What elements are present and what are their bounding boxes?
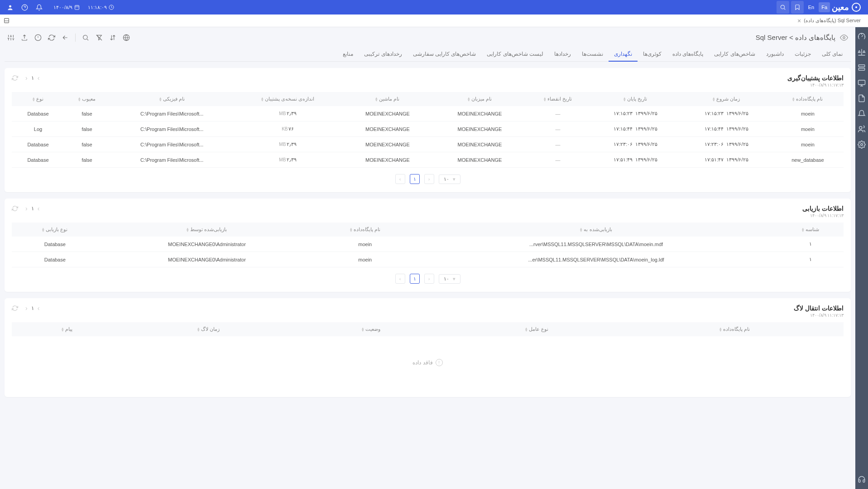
lang-en-button[interactable]: En <box>806 2 817 12</box>
tab-5[interactable]: کوئری‌ها <box>638 47 667 61</box>
export-icon[interactable] <box>21 34 28 41</box>
tab-10[interactable]: شاخص‌های کارایی سفارشی <box>408 47 482 61</box>
chevron-left-icon[interactable]: ‹ <box>25 305 28 312</box>
restore-pagination: ‹ ۱ › ۱۰ ▾ <box>12 274 844 284</box>
lang-fa-button[interactable]: Fa <box>819 2 830 12</box>
gauge-icon[interactable] <box>858 33 866 41</box>
page-prev-button[interactable]: ‹ <box>395 174 405 184</box>
refresh-panel-icon[interactable] <box>12 205 18 212</box>
tab-0[interactable]: نمای کلی <box>816 47 848 61</box>
warning-icon[interactable] <box>34 34 42 41</box>
monitor-icon[interactable] <box>858 79 866 87</box>
server-icon[interactable] <box>858 63 866 72</box>
svg-rect-6 <box>858 65 865 67</box>
column-header[interactable]: پیام▴▾ <box>12 322 122 336</box>
table-row[interactable]: moein۱۳۹۹/۶/۲۵ ۱۷:۱۵:۴۴۱۳۹۹/۶/۲۵ ۱۷:۱۵:۴… <box>12 121 844 137</box>
close-icon[interactable]: × <box>797 17 801 24</box>
chevron-left-icon[interactable]: ‹ <box>25 205 28 212</box>
column-header[interactable]: نوع▴▾ <box>12 92 64 106</box>
sort-icon[interactable] <box>109 34 116 41</box>
gear-icon[interactable] <box>858 140 866 149</box>
refresh-panel-icon[interactable] <box>12 75 18 81</box>
backup-table: نام پایگاه‌داده▴▾زمان شروع▴▾تاریخ پایان▴… <box>12 92 844 168</box>
tab-11[interactable]: رخدادهای ترکیبی <box>359 47 407 61</box>
open-tab[interactable]: Sql Server (پایگاه‌های داده) × <box>794 17 864 24</box>
refresh-panel-icon[interactable] <box>12 305 18 311</box>
filter-off-icon[interactable] <box>96 34 103 41</box>
table-row[interactable]: new_database۱۳۹۹/۶/۲۵ ۱۷:۵۱:۴۷۱۳۹۹/۶/۲۵ … <box>12 152 844 168</box>
page-1-button[interactable]: ۱ <box>410 174 420 184</box>
page-next-button[interactable]: › <box>424 174 434 184</box>
chevron-left-icon[interactable]: ‹ <box>25 74 28 82</box>
document-icon[interactable] <box>858 94 866 102</box>
chevron-right-icon[interactable]: › <box>38 74 40 82</box>
arrow-left-icon[interactable] <box>62 34 69 41</box>
users-icon[interactable] <box>858 125 866 133</box>
tab-1[interactable]: جزئیات <box>789 47 816 61</box>
page-toolbar <box>7 34 130 42</box>
table-row[interactable]: ۱...rver\MSSQL11.MSSQLSERVER\MSSQL\DATA\… <box>12 237 844 252</box>
panel-logship-title: اطلاعات انتقال لاگ <box>794 305 844 312</box>
page-header: پایگاه‌های داده > Sql Server <box>5 27 851 42</box>
help-icon[interactable] <box>18 1 31 14</box>
column-header[interactable]: بازیابی‌شده توسط▴▾ <box>98 223 316 237</box>
svg-point-10 <box>861 144 863 146</box>
page-prev-button[interactable]: ‹ <box>395 274 405 284</box>
adjust-icon[interactable] <box>7 34 14 41</box>
column-header[interactable]: تاریخ انقضاء▴▾ <box>526 92 590 106</box>
brand-logo: معین <box>832 2 861 12</box>
column-header[interactable]: بازیابی‌شده به▴▾ <box>414 223 777 237</box>
page-size-select[interactable]: ۱۰ ▾ <box>439 274 460 284</box>
column-header[interactable]: زمان شروع▴▾ <box>681 92 772 106</box>
tab-9[interactable]: لیست شاخص‌های کارایی <box>481 47 549 61</box>
search-toolbar-icon[interactable] <box>82 34 89 41</box>
table-row[interactable]: ۱...er\MSSQL11.MSSQLSERVER\MSSQL\DATA\mo… <box>12 252 844 267</box>
column-header[interactable]: نام فیزیکی▴▾ <box>110 92 234 106</box>
bell-icon[interactable] <box>33 1 45 14</box>
refresh-icon[interactable] <box>48 34 55 41</box>
panel-restore: اطلاعات بازیابی ۱۱:۱۷:۱۳ ۱۴۰۰/۸/۹ › ۱ ‹ … <box>5 199 851 292</box>
column-header[interactable]: نام پایگاه‌داده▴▾ <box>772 92 844 106</box>
alert-bell-icon[interactable] <box>858 110 866 118</box>
tab-6[interactable]: نگهداری <box>609 47 638 62</box>
chevron-right-icon[interactable]: › <box>38 305 40 312</box>
column-header[interactable]: نام ماشین▴▾ <box>341 92 433 106</box>
dock-icon[interactable] <box>4 18 10 24</box>
globe-icon[interactable] <box>123 34 130 41</box>
column-header[interactable]: نوع بازیابی▴▾ <box>12 223 98 237</box>
table-row[interactable]: moein۱۳۹۹/۶/۲۵ ۱۷:۲۳:۰۶۱۳۹۹/۶/۲۵ ۱۷:۲۳:۰… <box>12 137 844 152</box>
bookmark-icon[interactable] <box>791 1 804 14</box>
column-header[interactable]: تاریخ پایان▴▾ <box>590 92 681 106</box>
svg-rect-8 <box>858 80 865 85</box>
column-header[interactable]: شناسه▴▾ <box>778 223 844 237</box>
column-header[interactable]: نام میزبان▴▾ <box>434 92 526 106</box>
user-icon[interactable] <box>4 1 16 14</box>
scale-icon[interactable] <box>858 48 866 56</box>
right-sidebar <box>855 27 868 489</box>
column-header[interactable]: نام پایگاه‌داده▴▾ <box>626 322 844 336</box>
page-next-button[interactable]: › <box>424 274 434 284</box>
panel-restore-timestamp: ۱۱:۱۷:۱۳ ۱۴۰۰/۸/۹ <box>802 213 844 218</box>
tab-8[interactable]: رخدادها <box>549 47 576 61</box>
tab-3[interactable]: شاخص‌های کارایی <box>709 47 760 61</box>
search-icon[interactable] <box>777 1 789 14</box>
support-icon[interactable] <box>858 475 866 484</box>
svg-point-13 <box>83 35 87 39</box>
column-header[interactable]: اندازه‌ی نسخه‌ی پشتیبان▴▾ <box>234 92 341 106</box>
tab-2[interactable]: داشبورد <box>761 47 789 61</box>
tab-4[interactable]: پایگاه‌های داده <box>667 47 709 61</box>
column-header[interactable]: زمان لاگ▴▾ <box>122 322 295 336</box>
column-header[interactable]: نوع عامل▴▾ <box>448 322 626 336</box>
column-header[interactable]: وضعیت▴▾ <box>295 322 447 336</box>
table-row[interactable]: moein۱۳۹۹/۶/۲۵ ۱۷:۱۵:۲۳۱۳۹۹/۶/۲۵ ۱۷:۱۵:۲… <box>12 106 844 121</box>
svg-rect-7 <box>858 68 865 71</box>
page-1-button[interactable]: ۱ <box>410 274 420 284</box>
column-header[interactable]: معیوب▴▾ <box>64 92 110 106</box>
tab-12[interactable]: منابع <box>337 47 359 61</box>
tab-7[interactable]: نشست‌ها <box>576 47 609 61</box>
column-header[interactable]: نام پایگاه‌داده▴▾ <box>316 223 414 237</box>
chevron-right-icon[interactable]: › <box>38 205 40 212</box>
page-size-select[interactable]: ۱۰ ▾ <box>439 174 460 184</box>
empty-state: ! فاقد داده <box>12 336 844 389</box>
panel-logship-timestamp: ۱۱:۱۷:۱۳ ۱۴۰۰/۸/۹ <box>794 313 844 318</box>
